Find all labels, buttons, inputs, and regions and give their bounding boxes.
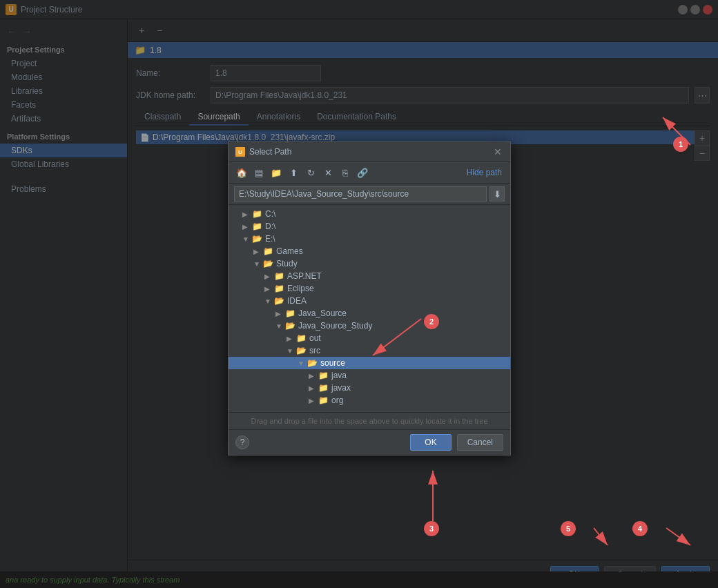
arrow-src: ▼ <box>287 347 295 355</box>
home-button[interactable]: 🏠 <box>234 165 249 180</box>
arrow-study: ▼ <box>253 260 262 268</box>
tree-area[interactable]: ▶ 📁 C:\ ▶ 📁 D:\ ▼ 📂 E:\ ▶ 📁 Games ▼ 📂 St… <box>229 205 510 412</box>
tree-node-javax[interactable]: ▶ 📁 javax <box>229 382 510 394</box>
tree-node-java-source[interactable]: ▶ 📁 Java_Source <box>229 307 510 320</box>
select-path-dialog: U Select Path ✕ 🏠 ▤ 📁 ⬆ ↻ ✕ ⎘ 🔗 Hide pat… <box>228 141 511 455</box>
folder-icon-eclipse: 📁 <box>274 284 284 293</box>
tree-label-java-source: Java_Source <box>298 308 347 318</box>
arrow-games: ▶ <box>253 248 262 255</box>
tree-node-eclipse[interactable]: ▶ 📁 Eclipse <box>229 282 510 295</box>
refresh-button[interactable]: ↻ <box>303 165 318 180</box>
dialog-ok-button[interactable]: OK <box>410 434 451 451</box>
arrow-source: ▼ <box>298 360 306 367</box>
dialog-toolbar: 🏠 ▤ 📁 ⬆ ↻ ✕ ⎘ 🔗 Hide path <box>229 162 510 184</box>
dialog-help-button[interactable]: ? <box>235 435 249 449</box>
path-input-row: ⬇ <box>229 184 510 205</box>
tree-node-java[interactable]: ▶ 📁 java <box>229 369 510 382</box>
arrow-org: ▶ <box>309 397 317 404</box>
list-view-button[interactable]: ▤ <box>251 165 266 180</box>
folder-icon-org: 📁 <box>318 395 329 405</box>
annotation-4: 4 <box>632 521 648 536</box>
tree-label-c: C:\ <box>265 209 275 219</box>
folder-icon-java: 📁 <box>318 371 329 380</box>
tree-node-d[interactable]: ▶ 📁 D:\ <box>229 220 510 233</box>
folder-icon-out: 📁 <box>296 333 307 343</box>
folder-icon-src: 📂 <box>296 346 307 355</box>
tree-label-out: out <box>309 333 321 343</box>
folder-icon-idea: 📂 <box>274 296 284 306</box>
tree-node-c[interactable]: ▶ 📁 C:\ <box>229 208 510 220</box>
tree-node-org[interactable]: ▶ 📁 org <box>229 394 510 406</box>
dialog-cancel-button[interactable]: Cancel <box>457 434 503 451</box>
tree-label-study: Study <box>276 259 298 268</box>
arrow-javax: ▶ <box>309 384 317 392</box>
folder-icon-c: 📁 <box>252 209 262 219</box>
copy-button[interactable]: ⎘ <box>338 165 353 180</box>
folder-icon-source: 📂 <box>307 358 318 368</box>
annotation-5: 5 <box>561 521 576 536</box>
arrow-c: ▶ <box>242 210 251 218</box>
tree-label-eclipse: Eclipse <box>287 284 314 293</box>
tree-label-org: org <box>331 395 343 405</box>
arrow-java-source: ▶ <box>275 310 284 317</box>
folder-icon-java-source: 📁 <box>285 308 295 318</box>
dialog-icon: U <box>235 147 245 157</box>
new-folder-button[interactable]: 📁 <box>269 165 284 180</box>
folder-icon-study: 📂 <box>263 259 273 268</box>
tree-node-source[interactable]: ▼ 📂 source <box>229 357 510 369</box>
tree-label-idea: IDEA <box>287 296 307 306</box>
tree-label-e: E:\ <box>265 234 275 244</box>
tree-node-src[interactable]: ▼ 📂 src <box>229 344 510 357</box>
arrow-idea: ▼ <box>264 297 273 305</box>
dialog-footer: ? OK Cancel <box>229 429 510 455</box>
tree-label-d: D:\ <box>265 222 275 231</box>
tree-node-idea[interactable]: ▼ 📂 IDEA <box>229 295 510 307</box>
tree-node-java-source-study[interactable]: ▼ 📂 Java_Source_Study <box>229 320 510 332</box>
hide-path-button[interactable]: Hide path <box>464 166 505 179</box>
path-download-button[interactable]: ⬇ <box>489 186 505 202</box>
delete-button[interactable]: ✕ <box>320 165 336 180</box>
tree-node-out[interactable]: ▶ 📁 out <box>229 332 510 344</box>
tree-label-javax: javax <box>331 383 351 393</box>
dialog-close-button[interactable]: ✕ <box>492 146 503 157</box>
dialog-title: Select Path <box>249 147 492 157</box>
folder-icon-games: 📁 <box>263 246 273 256</box>
tree-label-games: Games <box>276 246 303 256</box>
tree-node-games[interactable]: ▶ 📁 Games <box>229 245 510 257</box>
folder-icon-java-source-study: 📂 <box>285 321 295 331</box>
tree-node-study[interactable]: ▼ 📂 Study <box>229 257 510 270</box>
arrow-java: ▶ <box>309 372 317 380</box>
path-input[interactable] <box>234 186 487 202</box>
arrow-java-source-study: ▼ <box>275 322 284 330</box>
annotation-3: 3 <box>424 521 439 536</box>
annotation-1: 1 <box>673 137 688 152</box>
drag-drop-hint: Drag and drop a file into the space abov… <box>229 412 510 429</box>
tree-node-aspnet[interactable]: ▶ 📁 ASP.NET <box>229 270 510 282</box>
arrow-out: ▶ <box>287 335 295 342</box>
tree-node-e[interactable]: ▼ 📂 E:\ <box>229 233 510 245</box>
arrow-eclipse: ▶ <box>264 285 273 293</box>
folder-icon-d: 📁 <box>252 222 262 231</box>
arrow-aspnet: ▶ <box>264 273 273 280</box>
link-button[interactable]: 🔗 <box>355 165 370 180</box>
arrow-e: ▼ <box>242 235 251 243</box>
tree-label-java: java <box>331 371 347 380</box>
folder-icon-e: 📂 <box>252 234 262 244</box>
folder-icon-aspnet: 📁 <box>274 271 284 281</box>
dialog-title-bar: U Select Path ✕ <box>229 142 510 162</box>
tree-label-source: source <box>320 358 345 368</box>
tree-label-java-source-study: Java_Source_Study <box>298 321 372 331</box>
tree-label-src: src <box>309 346 320 355</box>
arrow-d: ▶ <box>242 223 251 231</box>
tree-label-aspnet: ASP.NET <box>287 271 322 281</box>
up-folder-button[interactable]: ⬆ <box>286 165 301 180</box>
annotation-2: 2 <box>424 314 439 329</box>
folder-icon-javax: 📁 <box>318 383 329 393</box>
